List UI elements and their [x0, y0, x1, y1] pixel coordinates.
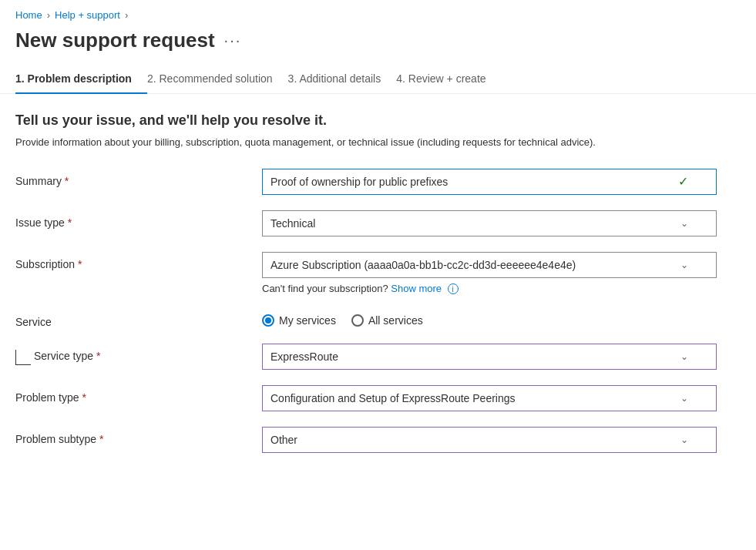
form-row-summary: Summary * Proof of ownership for public …: [15, 169, 741, 195]
subscription-show-more-link[interactable]: Show more: [391, 283, 442, 294]
page-header: New support request ···: [0, 25, 756, 65]
problem-type-label: Problem type *: [15, 385, 262, 404]
subscription-info-icon[interactable]: i: [448, 283, 459, 294]
page-container: Home › Help + support › New support requ…: [0, 0, 756, 550]
summary-input[interactable]: Proof of ownership for public prefixes ✓: [262, 169, 717, 195]
service-radio-group: My services All services: [262, 310, 717, 327]
form-row-problem-subtype: Problem subtype * Other ⌄: [15, 427, 741, 453]
summary-value: Proof of ownership for public prefixes: [270, 176, 678, 188]
problem-type-select-wrapper: Configuration and Setup of ExpressRoute …: [262, 385, 717, 411]
breadcrumb-sep-1: ›: [47, 9, 50, 21]
subscription-chevron-icon: ⌄: [680, 260, 688, 270]
service-my-services-radio[interactable]: [262, 314, 274, 327]
form-row-subscription: Subscription * Azure Subscription (aaaa0…: [15, 252, 741, 294]
issue-type-value: Technical: [270, 217, 680, 230]
service-control: My services All services: [262, 310, 717, 327]
form-row-service-type: Service type * ExpressRoute ⌄: [15, 344, 741, 370]
tab-additional-details[interactable]: 3. Additional details: [288, 65, 397, 94]
summary-required: *: [65, 175, 69, 187]
summary-check-icon: ✓: [678, 174, 688, 189]
problem-subtype-select[interactable]: Other ⌄: [262, 427, 717, 453]
service-my-services-option[interactable]: My services: [262, 314, 336, 327]
tabs-container: 1. Problem description 2. Recommended so…: [0, 65, 756, 94]
service-all-services-option[interactable]: All services: [351, 314, 423, 327]
problem-type-value: Configuration and Setup of ExpressRoute …: [270, 392, 680, 404]
problem-subtype-value: Other: [270, 434, 680, 446]
service-type-select[interactable]: ExpressRoute ⌄: [262, 344, 717, 370]
subscription-label: Subscription *: [15, 252, 262, 270]
form-row-service: Service My services All services: [15, 310, 741, 328]
service-all-services-label: All services: [368, 314, 423, 327]
service-label: Service: [15, 310, 262, 328]
problem-subtype-chevron-icon: ⌄: [680, 434, 688, 445]
subscription-select[interactable]: Azure Subscription (aaaa0a0a-bb1b-cc2c-d…: [262, 252, 717, 278]
breadcrumb-sep-2: ›: [125, 9, 128, 21]
section-desc: Provide information about your billing, …: [15, 135, 741, 150]
page-title: New support request: [15, 29, 215, 52]
service-type-required: *: [96, 350, 100, 362]
tab-review-create[interactable]: 4. Review + create: [396, 65, 501, 94]
subscription-hint: Can't find your subscription? Show more …: [262, 283, 717, 294]
tab-problem-description[interactable]: 1. Problem description: [15, 65, 147, 94]
subscription-value: Azure Subscription (aaaa0a0a-bb1b-cc2c-d…: [270, 259, 680, 271]
breadcrumb-help-support[interactable]: Help + support: [55, 9, 120, 21]
issue-type-chevron-icon: ⌄: [680, 218, 688, 229]
issue-type-control: Technical ⌄: [262, 210, 717, 236]
tree-line-icon: [15, 350, 31, 365]
summary-input-wrapper: Proof of ownership for public prefixes ✓: [262, 169, 717, 195]
issue-type-required: *: [68, 216, 72, 229]
tab-recommended-solution[interactable]: 2. Recommended solution: [147, 65, 288, 94]
summary-label: Summary *: [15, 169, 262, 187]
service-type-value: ExpressRoute: [270, 350, 680, 363]
service-my-services-label: My services: [279, 314, 336, 327]
problem-type-chevron-icon: ⌄: [680, 393, 688, 404]
breadcrumb: Home › Help + support ›: [0, 0, 756, 25]
problem-subtype-control: Other ⌄: [262, 427, 717, 453]
tabs: 1. Problem description 2. Recommended so…: [15, 65, 741, 93]
subscription-required: *: [78, 258, 82, 270]
issue-type-select-wrapper: Technical ⌄: [262, 210, 717, 236]
problem-type-required: *: [82, 391, 86, 404]
service-type-control: ExpressRoute ⌄: [262, 344, 717, 370]
page-menu-dots[interactable]: ···: [224, 32, 242, 49]
problem-type-select[interactable]: Configuration and Setup of ExpressRoute …: [262, 385, 717, 411]
summary-control: Proof of ownership for public prefixes ✓: [262, 169, 717, 195]
form-row-problem-type: Problem type * Configuration and Setup o…: [15, 385, 741, 411]
main-content: Tell us your issue, and we'll help you r…: [0, 94, 756, 487]
breadcrumb-home[interactable]: Home: [15, 9, 42, 21]
problem-subtype-required: *: [99, 433, 103, 445]
issue-type-select[interactable]: Technical ⌄: [262, 210, 717, 236]
service-type-select-wrapper: ExpressRoute ⌄: [262, 344, 717, 370]
subscription-control: Azure Subscription (aaaa0a0a-bb1b-cc2c-d…: [262, 252, 717, 294]
service-type-label-text: Service type *: [34, 350, 100, 362]
service-type-chevron-icon: ⌄: [680, 351, 688, 362]
form-row-issue-type: Issue type * Technical ⌄: [15, 210, 741, 236]
problem-subtype-label: Problem subtype *: [15, 427, 262, 445]
problem-subtype-select-wrapper: Other ⌄: [262, 427, 717, 453]
subscription-select-wrapper: Azure Subscription (aaaa0a0a-bb1b-cc2c-d…: [262, 252, 717, 278]
service-all-services-radio[interactable]: [351, 314, 364, 327]
issue-type-label: Issue type *: [15, 210, 262, 229]
problem-type-control: Configuration and Setup of ExpressRoute …: [262, 385, 717, 411]
section-title: Tell us your issue, and we'll help you r…: [15, 112, 741, 129]
service-type-label-area: Service type *: [15, 344, 262, 365]
